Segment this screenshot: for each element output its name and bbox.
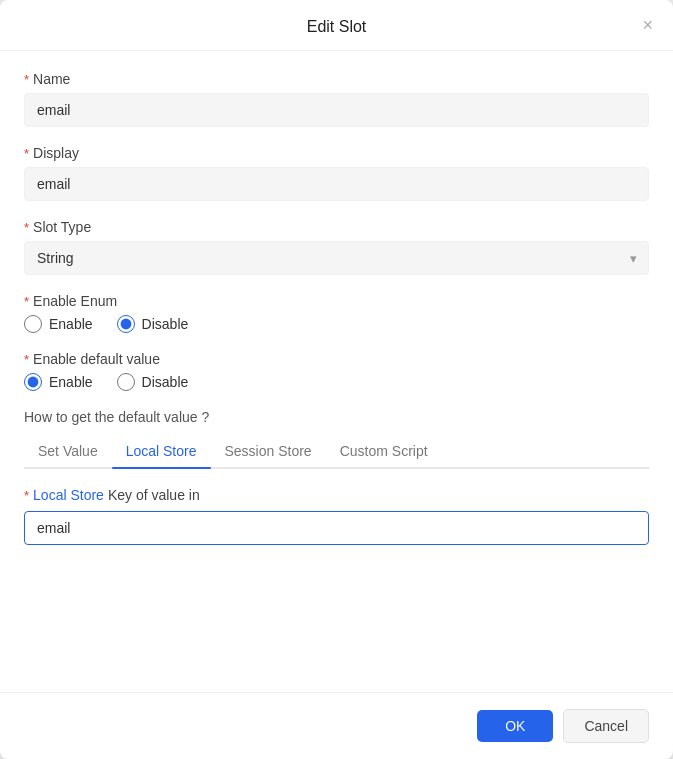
enable-default-label: * Enable default value <box>24 351 649 367</box>
local-store-key-field: * Local Store Key of value in <box>24 487 649 545</box>
enable-default-enable-radio[interactable]: Enable <box>24 373 93 391</box>
enable-enum-enable-radio[interactable]: Enable <box>24 315 93 333</box>
slot-type-label: * Slot Type <box>24 219 649 235</box>
howto-field: How to get the default value ? Set Value… <box>24 409 649 545</box>
dialog-title: Edit Slot <box>307 18 367 36</box>
name-required-star: * <box>24 72 29 87</box>
local-store-key-label: * Local Store Key of value in <box>24 487 649 503</box>
slot-type-select[interactable]: String Integer Boolean Float <box>24 241 649 275</box>
local-store-key-input[interactable] <box>24 511 649 545</box>
enable-default-field: * Enable default value Enable Disable <box>24 351 649 391</box>
ok-button[interactable]: OK <box>477 710 553 742</box>
name-field: * Name <box>24 71 649 127</box>
slot-type-select-wrapper: String Integer Boolean Float ▾ <box>24 241 649 275</box>
slot-type-field: * Slot Type String Integer Boolean Float… <box>24 219 649 275</box>
dialog-footer: OK Cancel <box>0 692 673 759</box>
enable-enum-field: * Enable Enum Enable Disable <box>24 293 649 333</box>
tab-set-value[interactable]: Set Value <box>24 435 112 467</box>
slot-type-required-star: * <box>24 220 29 235</box>
display-input[interactable] <box>24 167 649 201</box>
local-store-link: Local Store <box>33 487 104 503</box>
enable-default-disable-input[interactable] <box>117 373 135 391</box>
default-value-tabs: Set Value Local Store Session Store Cust… <box>24 435 649 469</box>
tab-local-store[interactable]: Local Store <box>112 435 211 467</box>
name-input[interactable] <box>24 93 649 127</box>
edit-slot-dialog: Edit Slot × * Name * Display * Slot Type <box>0 0 673 759</box>
enable-default-required-star: * <box>24 352 29 367</box>
enable-enum-disable-radio[interactable]: Disable <box>117 315 189 333</box>
enable-default-enable-input[interactable] <box>24 373 42 391</box>
cancel-button[interactable]: Cancel <box>563 709 649 743</box>
name-label: * Name <box>24 71 649 87</box>
enable-enum-enable-input[interactable] <box>24 315 42 333</box>
tab-custom-script[interactable]: Custom Script <box>326 435 442 467</box>
local-store-required-star: * <box>24 488 29 503</box>
enable-default-radio-group: Enable Disable <box>24 373 649 391</box>
enable-enum-label: * Enable Enum <box>24 293 649 309</box>
enable-default-disable-radio[interactable]: Disable <box>117 373 189 391</box>
enable-enum-radio-group: Enable Disable <box>24 315 649 333</box>
display-label: * Display <box>24 145 649 161</box>
display-required-star: * <box>24 146 29 161</box>
close-button[interactable]: × <box>642 16 653 34</box>
dialog-body: * Name * Display * Slot Type String Inte… <box>0 51 673 692</box>
enable-enum-required-star: * <box>24 294 29 309</box>
tab-session-store[interactable]: Session Store <box>211 435 326 467</box>
display-field: * Display <box>24 145 649 201</box>
howto-label: How to get the default value ? <box>24 409 649 425</box>
dialog-header: Edit Slot × <box>0 0 673 51</box>
enable-enum-disable-input[interactable] <box>117 315 135 333</box>
